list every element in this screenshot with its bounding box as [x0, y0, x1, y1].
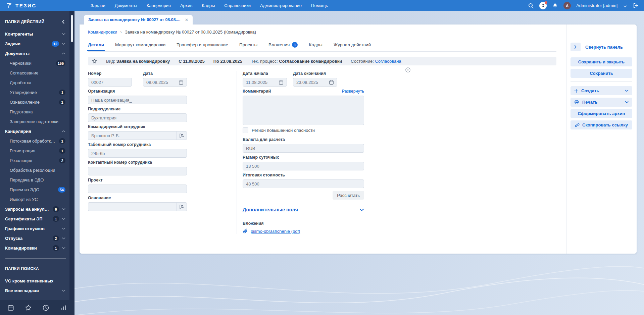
calendar-icon[interactable]	[179, 80, 184, 85]
sidebar-item[interactable]: Согласование	[0, 68, 69, 78]
lookup-icon[interactable]	[177, 203, 187, 211]
sidebar-item[interactable]: Графики отпусков	[0, 224, 69, 233]
document-tab[interactable]: Детали	[88, 42, 104, 47]
sidebar-item[interactable]: Подготовка	[0, 107, 69, 117]
daily-allowance-field[interactable]: 13 500	[243, 162, 364, 170]
sidebar-item[interactable]: Отпуска 2	[0, 233, 69, 243]
sidebar-collapse-icon[interactable]	[62, 20, 65, 24]
bell-icon[interactable]	[552, 3, 558, 9]
document-tab[interactable]: Проекты	[239, 42, 257, 47]
sidebar-item[interactable]: Прием из ЭДО 54	[0, 185, 69, 195]
sidebar-item[interactable]: Потоковая обработка вхо... 1	[0, 136, 69, 146]
top-menu-item[interactable]: Задачи	[91, 3, 105, 8]
sidebar-scrollbar[interactable]	[69, 11, 75, 300]
department-field[interactable]: Бухгалтерия	[88, 113, 187, 122]
danger-region-checkbox[interactable]	[243, 127, 248, 133]
search-icon[interactable]	[528, 3, 534, 9]
chevron-icon[interactable]	[62, 52, 65, 55]
top-menu-item[interactable]: Справочники	[224, 3, 251, 8]
additional-fields-link[interactable]: Дополнительные поля	[243, 207, 298, 212]
sidebar-item[interactable]: Все мои задачи	[0, 286, 69, 296]
sidebar-scrollbar-thumb[interactable]	[71, 15, 73, 42]
document-tab[interactable]: Журнал действий	[334, 42, 371, 47]
window-tab[interactable]: Заявка на командировку № 00027 от 08.08.…	[84, 15, 193, 24]
collapse-panel-icon[interactable]	[571, 43, 581, 51]
chevron-icon[interactable]	[62, 43, 65, 45]
sidebar-item[interactable]: Черновики 155	[0, 58, 69, 68]
sidebar-item[interactable]: Задачи 12	[0, 39, 69, 49]
save-close-button[interactable]: Сохранить и закрыть	[571, 57, 632, 66]
print-button[interactable]: Печать	[571, 98, 632, 107]
chevron-icon[interactable]	[62, 218, 65, 220]
copy-link-button[interactable]: Скопировать ссылку	[571, 120, 632, 129]
document-tab[interactable]: Трансфер и проживание	[177, 42, 228, 47]
chevron-icon[interactable]	[62, 290, 65, 292]
sidebar-item[interactable]: Резолюция 2	[0, 156, 69, 165]
calculate-button[interactable]: Рассчитать	[333, 191, 364, 200]
top-menu-item[interactable]: Администрирование	[260, 3, 302, 8]
contact-number-field[interactable]	[88, 167, 187, 175]
end-date-field[interactable]: 23.08.2025	[293, 78, 337, 87]
sidebar-item[interactable]: Импорт из УС	[0, 195, 69, 204]
sidebar-item[interactable]: Контрагенты	[0, 29, 69, 39]
date-field[interactable]: 08.08.2025	[143, 78, 187, 87]
sidebar-item[interactable]: Передача в ЭДО	[0, 175, 69, 185]
statistics-icon[interactable]	[60, 304, 67, 311]
favorites-icon[interactable]	[25, 304, 32, 311]
lookup-icon[interactable]	[177, 132, 187, 140]
document-tab[interactable]: Маршрут командировки	[115, 42, 165, 47]
sidebar-item[interactable]: Сертификаты ЭП 1	[0, 214, 69, 224]
close-icon[interactable]: ✕	[185, 18, 189, 22]
sidebar-item[interactable]: Обработка резолюции	[0, 165, 69, 175]
calendar-icon[interactable]	[329, 80, 334, 85]
number-field[interactable]: 00027	[88, 78, 132, 87]
add-tab-icon[interactable]	[405, 67, 411, 73]
chevron-down-icon[interactable]	[359, 208, 364, 211]
sidebar-item[interactable]: Запросы на аннулирование 6	[0, 204, 69, 214]
sidebar-item[interactable]: Регистрация 1	[0, 146, 69, 156]
sidebar-item[interactable]: Документы	[0, 49, 69, 58]
create-archive-button[interactable]: Сформировать архив	[571, 109, 632, 118]
breadcrumb-parent-link[interactable]: Командировки	[88, 30, 117, 35]
chevron-icon[interactable]	[62, 227, 65, 230]
pending-tasks-icon[interactable]	[539, 2, 547, 9]
sidebar-item[interactable]: Канцелярия	[0, 126, 69, 136]
attachment-link[interactable]: pismo-obrashchenie (pdf)	[251, 229, 300, 234]
sidebar-item[interactable]: Ознакомление 1	[0, 97, 69, 107]
sidebar-item[interactable]: Завершение подготовки	[0, 117, 69, 126]
user-name[interactable]: Administrator [admin]	[576, 3, 617, 8]
create-button[interactable]: Создать	[571, 86, 632, 95]
top-menu-item[interactable]: Документы	[115, 3, 137, 8]
calendar-icon[interactable]	[279, 80, 284, 85]
comment-field[interactable]	[243, 96, 364, 125]
basis-field[interactable]	[88, 202, 187, 211]
project-field[interactable]	[88, 185, 187, 193]
sidebar-item[interactable]: Доработка	[0, 78, 69, 88]
chevron-icon[interactable]	[62, 237, 65, 240]
top-menu-item[interactable]: Архив	[180, 3, 192, 8]
top-menu-item[interactable]: Канцелярия	[147, 3, 171, 8]
chevron-icon[interactable]	[62, 130, 65, 133]
document-tab[interactable]: Вложения 1	[268, 42, 298, 48]
user-menu-chevron-icon[interactable]	[624, 3, 627, 9]
document-tab[interactable]: Кадры	[309, 42, 322, 47]
organization-field[interactable]: Наша организация_	[88, 96, 187, 104]
start-date-field[interactable]: 11.08.2025	[243, 78, 287, 87]
chevron-icon[interactable]	[62, 208, 65, 210]
chevron-icon[interactable]	[62, 33, 65, 35]
employee-field[interactable]: Брюшков Р. Б.	[88, 131, 187, 140]
sidebar-item[interactable]: Утверждение 1	[0, 88, 69, 97]
top-menu-item[interactable]: Кадры	[202, 3, 215, 8]
sidebar-item[interactable]: Командировки 1	[0, 243, 69, 253]
currency-field[interactable]: RUB	[243, 144, 364, 153]
logout-icon[interactable]	[632, 2, 639, 9]
calendar-icon[interactable]	[7, 304, 14, 311]
personnel-number-field[interactable]: 245-65	[88, 149, 187, 158]
favorite-star-icon[interactable]	[92, 58, 97, 64]
history-icon[interactable]	[42, 304, 49, 311]
state-link[interactable]: Согласована	[375, 59, 401, 64]
top-menu-item[interactable]: Помощь	[311, 3, 328, 8]
total-cost-field[interactable]: 48 500	[243, 179, 364, 188]
expand-comment-link[interactable]: Развернуть	[342, 89, 364, 94]
collapse-panel-label[interactable]: Свернуть панель	[585, 45, 623, 50]
